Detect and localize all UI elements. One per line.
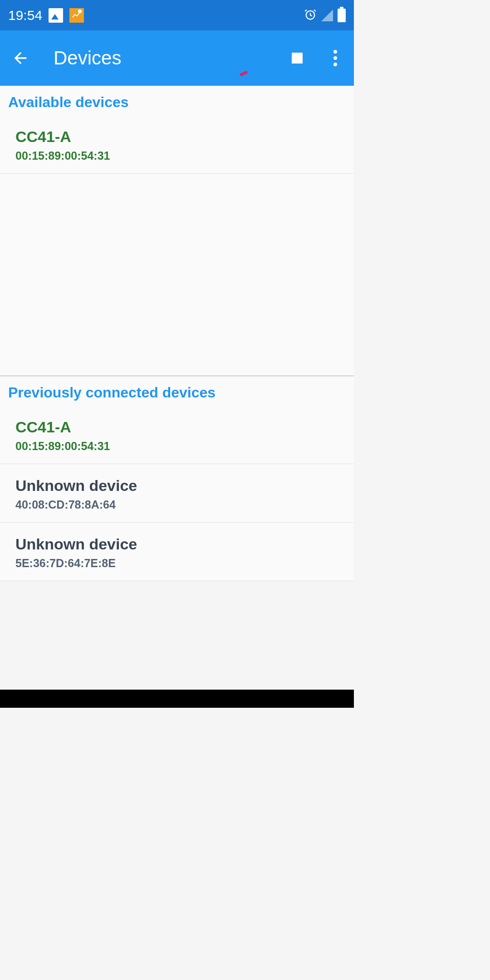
more-options-button[interactable] bbox=[324, 47, 347, 69]
device-address: 00:15:89:00:54:31 bbox=[15, 440, 338, 453]
chart-app-icon bbox=[69, 8, 84, 23]
battery-icon bbox=[338, 9, 346, 22]
device-name: CC41-A bbox=[15, 128, 338, 146]
content: Available devices CC41-A 00:15:89:00:54:… bbox=[0, 86, 354, 581]
device-item[interactable]: CC41-A 00:15:89:00:54:31 bbox=[0, 115, 354, 174]
loading-spinner-icon bbox=[240, 72, 250, 83]
device-address: 5E:36:7D:64:7E:8E bbox=[15, 557, 338, 570]
navigation-bar bbox=[0, 690, 354, 708]
device-item[interactable]: Unknown device 5E:36:7D:64:7E:8E bbox=[0, 523, 354, 581]
more-vert-icon bbox=[333, 50, 337, 54]
section-gap bbox=[0, 174, 354, 376]
stop-button[interactable] bbox=[286, 47, 309, 69]
back-button[interactable] bbox=[9, 47, 32, 69]
app-title: Devices bbox=[54, 47, 121, 69]
available-devices-header: Available devices bbox=[0, 86, 354, 115]
alarm-icon bbox=[304, 8, 317, 23]
svg-point-0 bbox=[78, 10, 82, 13]
device-name: Unknown device bbox=[15, 535, 338, 553]
app-bar: Devices bbox=[0, 30, 354, 86]
device-name: CC41-A bbox=[15, 418, 338, 436]
status-left: 19:54 bbox=[8, 8, 84, 23]
status-bar: 19:54 bbox=[0, 0, 354, 30]
signal-icon bbox=[321, 10, 333, 21]
device-address: 40:08:CD:78:8A:64 bbox=[15, 498, 338, 511]
device-address: 00:15:89:00:54:31 bbox=[15, 149, 338, 162]
device-name: Unknown device bbox=[15, 477, 338, 495]
image-icon bbox=[49, 8, 63, 23]
device-item[interactable]: Unknown device 40:08:CD:78:8A:64 bbox=[0, 464, 354, 523]
status-right bbox=[304, 8, 346, 23]
stop-icon bbox=[292, 53, 303, 64]
arrow-back-icon bbox=[11, 49, 29, 67]
device-item[interactable]: CC41-A 00:15:89:00:54:31 bbox=[0, 406, 354, 464]
status-time: 19:54 bbox=[8, 8, 42, 23]
previously-connected-header: Previously connected devices bbox=[0, 376, 354, 406]
